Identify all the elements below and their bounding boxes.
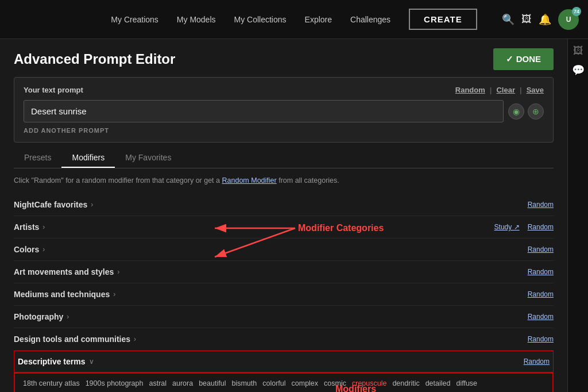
avatar-initial: U [566, 16, 571, 24]
chevron-right-icon: › [134, 335, 136, 343]
save-prompt-link[interactable]: Save [527, 86, 544, 94]
category-name: Descriptive terms [18, 357, 86, 366]
modifier-tag[interactable]: aurora [172, 379, 193, 387]
content-area: Advanced Prompt Editor ✓ DONE Your text … [0, 39, 567, 392]
nav-challenges[interactable]: Challenges [350, 15, 390, 24]
random-link-nightcafe[interactable]: Random [528, 201, 554, 209]
category-name: Mediums and techniques [14, 290, 110, 299]
category-colors[interactable]: Colors › Random [14, 239, 554, 261]
nav-my-collections[interactable]: My Collections [234, 15, 287, 24]
nav-my-models[interactable]: My Models [177, 15, 216, 24]
random-link-photography[interactable]: Random [528, 313, 554, 321]
helper-text: Click "Random" for a random modifier fro… [14, 176, 554, 185]
prompt-input-row: ◉ ⊕ [24, 100, 544, 122]
done-button[interactable]: ✓ DONE [493, 48, 554, 70]
chevron-right-icon: › [42, 245, 45, 253]
helper-text-before: Click "Random" for a random modifier fro… [14, 176, 222, 185]
category-nightcafe-favorites[interactable]: NightCafe favorites › Random [14, 194, 554, 216]
chevron-right-icon: › [117, 268, 119, 276]
random-modifier-link[interactable]: Random Modifier [222, 176, 277, 185]
sep1: | [490, 86, 492, 94]
nav-links: My Creations My Models My Collections Ex… [111, 9, 477, 30]
prompt-icon-btn-1[interactable]: ◉ [508, 103, 524, 120]
category-design-tools[interactable]: Design tools and communities › Random [14, 328, 554, 351]
tab-my-favorites[interactable]: My Favorites [115, 148, 181, 168]
category-name: Design tools and communities [14, 335, 130, 344]
image-icon[interactable]: 🖼 [521, 13, 532, 25]
prompt-input[interactable] [24, 100, 504, 122]
right-sidebar: 🖼 💬 [567, 39, 588, 392]
chevron-right-icon: › [113, 290, 115, 298]
chevron-right-icon: › [67, 313, 69, 321]
random-link-artists[interactable]: Random [528, 223, 554, 231]
study-link-artists[interactable]: Study ↗ [494, 223, 520, 231]
helper-text-after: from all categories. [277, 176, 339, 185]
modifiers-row-1: 18th century atlas 1900s photograph astr… [23, 379, 544, 387]
modifier-tag[interactable]: 18th century atlas [23, 379, 80, 387]
random-prompt-link[interactable]: Random [455, 86, 485, 94]
random-link-colors[interactable]: Random [528, 245, 554, 253]
modifier-tag[interactable]: diffuse [456, 379, 477, 387]
sidebar-chat-icon[interactable]: 💬 [572, 64, 585, 76]
clear-prompt-link[interactable]: Clear [496, 86, 515, 94]
random-link-descriptive[interactable]: Random [524, 358, 550, 366]
category-name: Colors [14, 245, 39, 254]
prompt-label-row: Your text prompt Random | Clear | Save [24, 86, 544, 94]
modifier-tag[interactable]: bismuth [231, 379, 257, 387]
nav-explore[interactable]: Explore [305, 15, 332, 24]
chevron-right-icon: › [42, 223, 45, 231]
category-art-movements[interactable]: Art movements and styles › Random [14, 261, 554, 283]
add-another-prompt[interactable]: ADD ANOTHER PROMPT [24, 127, 544, 134]
sep2: | [520, 86, 522, 94]
categories-container: NightCafe favorites › Random Artists › S… [14, 194, 554, 392]
chevron-right-icon: › [91, 201, 93, 209]
modifier-tag[interactable]: dendritic [392, 379, 419, 387]
avatar[interactable]: U 74 [558, 9, 579, 30]
category-mediums[interactable]: Mediums and techniques › Random [14, 283, 554, 306]
modifier-tag[interactable]: detailed [425, 379, 451, 387]
category-name: NightCafe favorites [14, 200, 87, 209]
prompt-actions: Random | Clear | Save [455, 86, 544, 94]
category-name: Artists [14, 222, 39, 232]
category-descriptive-terms[interactable]: Descriptive terms ∨ Random [14, 351, 554, 372]
modifier-tag-crepuscule[interactable]: crepuscule [352, 379, 386, 387]
top-nav: My Creations My Models My Collections Ex… [0, 0, 588, 39]
nav-icons: 🔍 🖼 🔔 U 74 [502, 9, 579, 30]
page-title: Advanced Prompt Editor [14, 51, 175, 67]
header-row: Advanced Prompt Editor ✓ DONE [14, 48, 554, 70]
sidebar-image-icon[interactable]: 🖼 [573, 45, 583, 57]
prompt-icon-btn-2[interactable]: ⊕ [528, 103, 544, 120]
modifier-tag[interactable]: astral [149, 379, 167, 387]
search-icon[interactable]: 🔍 [502, 13, 514, 26]
modifier-tag[interactable]: complex [292, 379, 319, 387]
modifier-tag[interactable]: colorful [262, 379, 285, 387]
avatar-badge: 74 [572, 7, 581, 16]
random-link-design-tools[interactable]: Random [528, 335, 554, 343]
category-artists[interactable]: Artists › Study ↗ Random [14, 216, 554, 239]
chevron-down-icon: ∨ [89, 358, 94, 366]
modifier-tag[interactable]: beautiful [199, 379, 226, 387]
prompt-section: Your text prompt Random | Clear | Save ◉… [14, 77, 554, 143]
category-name: Photography [14, 312, 63, 321]
modifiers-panel: 18th century atlas 1900s photograph astr… [14, 372, 554, 392]
tab-modifiers[interactable]: Modifiers [61, 148, 115, 168]
main-outer: Advanced Prompt Editor ✓ DONE Your text … [0, 39, 588, 392]
tabs: Presets Modifiers My Favorites [14, 148, 554, 168]
category-name: Art movements and styles [14, 267, 114, 276]
bell-icon[interactable]: 🔔 [539, 13, 551, 26]
prompt-label-text: Your text prompt [24, 86, 83, 94]
modifier-tag[interactable]: 1900s photograph [86, 379, 144, 387]
random-link-art-movements[interactable]: Random [528, 268, 554, 276]
nav-my-creations[interactable]: My Creations [111, 15, 158, 24]
category-photography[interactable]: Photography › Random [14, 306, 554, 328]
create-button[interactable]: CREATE [409, 9, 477, 30]
prompt-icon-group: ◉ ⊕ [508, 103, 544, 120]
random-link-mediums[interactable]: Random [528, 290, 554, 298]
tab-presets[interactable]: Presets [14, 148, 61, 168]
modifier-tag[interactable]: cosmic [324, 379, 346, 387]
